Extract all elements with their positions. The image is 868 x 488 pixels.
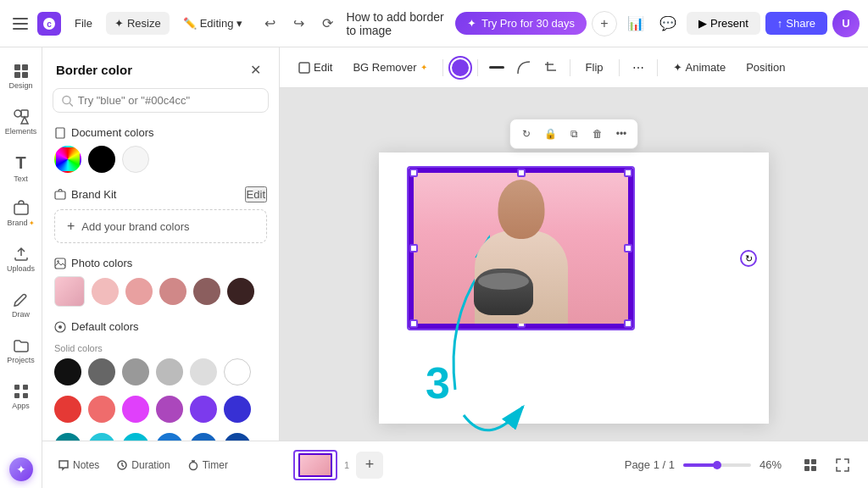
edit-button[interactable]: Edit [290,57,341,78]
hamburger-icon[interactable] [8,12,32,36]
trash-icon[interactable]: 🗑 [587,123,609,145]
sidebar-item-text[interactable]: T Text [3,146,40,190]
photo-color-4[interactable] [193,278,220,305]
sel-handle-tl[interactable] [409,169,418,177]
brand-edit-button[interactable]: Edit [245,186,267,202]
sidebar-item-uploads[interactable]: Uploads [3,237,40,281]
resize-button[interactable]: ✦ Resize [106,12,170,35]
brand-kit-section: Brand Kit Edit + Add your brand colors [42,183,279,243]
panel-title: Border color [56,63,132,77]
avatar[interactable]: U [832,10,860,37]
search-box[interactable] [53,88,269,113]
sidebar-item-apps[interactable]: Apps [3,374,40,419]
solid-white[interactable] [224,358,251,385]
canva-logo: c [37,12,61,36]
solid-purple[interactable] [156,396,183,423]
document-colors-label: Document colors [71,126,154,139]
solid-dgray[interactable] [88,358,115,385]
solid-xlgray[interactable] [190,358,217,385]
add-page-button[interactable]: + [356,452,383,479]
color-swatch-black[interactable] [88,146,115,173]
bordered-image[interactable] [409,168,633,329]
rotate-handle[interactable]: ↻ [740,250,757,267]
photo-color-5[interactable] [227,278,254,305]
canvas-area: Edit BG Remover ✦ Flip ⋯ ✦ Animate P [280,47,868,488]
svg-rect-28 [489,66,504,69]
chart-icon[interactable]: 📊 [622,10,649,37]
zoom-slider-track[interactable] [683,463,751,467]
sel-handle-tc[interactable] [517,169,526,177]
solid-violet[interactable] [190,396,217,423]
color-swatch-white[interactable] [122,146,149,173]
add-brand-button[interactable]: + Add your brand colors [54,209,267,243]
photo-color-3[interactable] [159,278,186,305]
photo-color-2[interactable] [125,278,153,305]
flip-button[interactable]: Flip [577,57,612,78]
timer-button[interactable]: Timer [181,455,235,475]
more-icon[interactable]: ••• [610,123,632,145]
crop-icon[interactable] [539,56,563,80]
solid-indigo[interactable] [224,396,251,423]
timer-icon [187,459,199,471]
sidebar-label-elements: Elements [5,127,37,136]
sidebar-item-draw[interactable]: Draw [3,283,40,327]
share-button[interactable]: ↑ Share [765,12,827,35]
sidebar-label-brand: Brand✦ [7,219,34,227]
share-icon: ↑ [777,17,783,30]
redo-button[interactable]: ↪ [285,10,312,37]
svg-rect-21 [55,258,65,269]
sidebar-item-projects[interactable]: Projects [3,329,40,373]
brand-kit-label-text: Brand Kit [71,188,116,201]
comment-icon[interactable]: 💬 [654,10,682,37]
solid-lred[interactable] [88,396,115,423]
solid-line-icon[interactable] [485,56,509,80]
editing-button[interactable]: ✏️ Editing ▾ [175,12,252,35]
try-pro-button[interactable]: ✦ Try Pro for 30 days [455,12,587,35]
add-icon[interactable]: + [592,11,617,36]
canvas-content: ↻ 🔒 ⧉ 🗑 ••• [280,88,868,488]
sidebar-item-design[interactable]: Design [3,54,40,98]
rounded-corner-icon[interactable] [512,56,536,80]
sel-handle-mr[interactable] [624,244,632,252]
fullscreen-button[interactable] [831,453,854,477]
sel-handle-br[interactable] [624,319,632,328]
animate-button[interactable]: ✦ Animate [665,57,735,78]
close-panel-button[interactable]: ✕ [245,59,265,80]
bg-remover-button[interactable]: BG Remover ✦ [344,57,435,78]
dots-icon[interactable]: ⋯ [626,56,650,80]
solid-mgray[interactable] [122,358,149,385]
photo-color-1[interactable] [92,278,119,305]
rainbow-picker[interactable] [54,146,81,173]
lock-icon[interactable]: 🔒 [539,123,561,145]
border-color-dot[interactable] [450,58,470,78]
page-thumb-1[interactable] [293,450,337,480]
solid-red[interactable] [54,396,81,423]
sel-handle-bl[interactable] [409,319,418,328]
search-input[interactable] [78,94,259,107]
sidebar-item-brand[interactable]: Brand✦ [3,191,40,236]
magic-button[interactable]: ✦ [9,458,33,481]
solid-lgray[interactable] [156,358,183,385]
undo-button[interactable]: ↩ [256,10,283,37]
notes-button[interactable]: Notes [51,455,106,475]
file-menu[interactable]: File [66,12,101,35]
tool-separator-1 [442,59,443,76]
grid-view-button[interactable] [798,453,822,477]
refresh-icon[interactable]: ↻ [515,123,537,145]
sidebar-label-uploads: Uploads [7,264,35,273]
sel-handle-ml[interactable] [409,244,418,252]
duration-button[interactable]: Duration [109,455,176,475]
solid-pink[interactable] [122,396,149,423]
sidebar-label-apps: Apps [12,402,30,410]
position-button[interactable]: Position [737,57,793,78]
bottom-bar: 1 + Page 1 / 1 46% [280,441,868,488]
present-button[interactable]: ▶ Present [687,12,760,35]
copy-icon[interactable]: ⧉ [563,123,585,145]
canvas-page[interactable]: ↻ 🔒 ⧉ 🗑 ••• [379,152,769,424]
zoom-slider-thumb[interactable] [713,461,721,469]
sidebar-item-elements[interactable]: Elements [3,100,40,144]
sel-handle-tr[interactable] [624,169,632,177]
timer-icon[interactable]: ⟳ [314,10,341,37]
solid-black[interactable] [54,358,81,385]
doc-title-center: How to add border to image [346,10,449,37]
